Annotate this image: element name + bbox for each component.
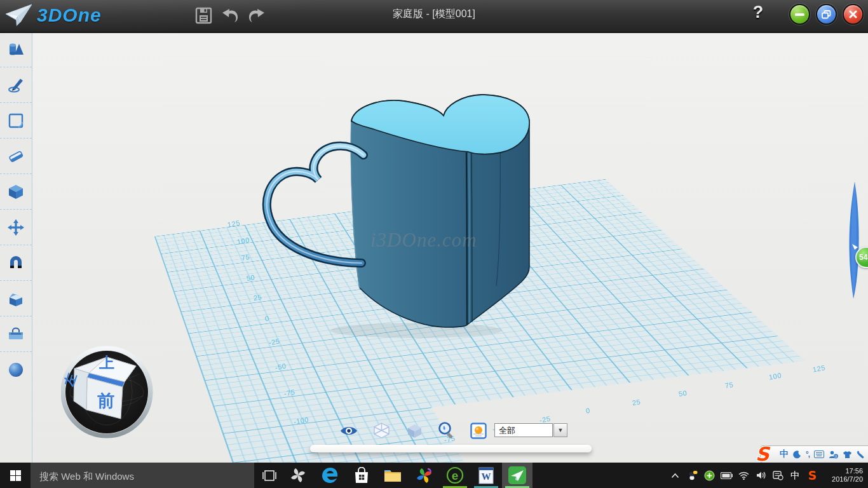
ime-profile-icon[interactable]: 11 [829,451,838,459]
sidebar-item-eraser[interactable] [0,139,32,174]
minimize-button[interactable] [789,4,810,25]
side-pull-tab[interactable] [845,179,868,301]
tray-qq-icon[interactable] [684,463,701,488]
ime-chinese-mode[interactable]: 中 [780,449,789,460]
help-button[interactable]: ? [747,3,769,27]
svg-text:11: 11 [834,455,837,458]
task-view-button[interactable] [254,463,285,488]
pinwheel-color-icon [416,467,433,484]
tray-wifi-icon[interactable] [735,463,752,488]
tray-battery-icon[interactable] [718,463,735,488]
sidebar-item-move[interactable] [0,210,32,245]
pinwheel-gray-icon [290,467,306,484]
zoom-magnifier-icon[interactable] [437,421,456,440]
viewcube-face-top[interactable]: 上 [95,353,118,373]
sketch-plane-icon [7,112,25,130]
ime-punctuation[interactable]: °, [806,450,810,459]
sogou-logo-icon[interactable]: S [756,443,770,465]
shaded-cube-icon[interactable] [406,423,423,440]
tray-speaker-icon[interactable] [752,463,770,488]
tray-chevron-up-icon[interactable] [667,463,684,488]
viewcube-face-front[interactable]: 前 [93,390,119,412]
sidebar-item-toolbox[interactable] [0,316,32,352]
eraser-icon [7,147,25,165]
mug-top-face [351,95,529,154]
taskbar-app-green-browser[interactable]: e [440,463,470,488]
file-explorer-icon [384,468,402,483]
taskbar-app-pinwheel-gray[interactable] [283,463,313,488]
magnet-icon [7,254,25,272]
ime-moon-icon[interactable] [793,451,801,459]
sidebar-item-primitives[interactable] [0,32,32,67]
taskbar-app-explorer[interactable] [377,463,408,488]
visibility-eye-icon[interactable] [339,424,358,438]
grid-axis-label: 75 [724,381,734,390]
save-button[interactable] [192,4,215,27]
sidebar-item-assembly[interactable] [0,281,32,316]
taskbar-clock[interactable]: 17:56 2016/7/20 [821,467,868,484]
grid-axis-label: 25 [253,293,262,302]
redo-icon [247,7,266,24]
green-e-browser-icon: e [446,466,464,484]
ime-toolbar: S 中 °, 11 [760,445,868,463]
edge-icon [321,466,339,484]
taskbar-app-3done[interactable] [502,463,532,488]
dropdown-arrow-button[interactable]: ▼ [553,423,567,437]
cube-icon [7,183,25,201]
svg-text:W: W [482,471,491,482]
taskbar-search[interactable] [31,463,254,488]
restore-icon [822,10,831,19]
ime-keyboard-icon[interactable] [814,451,824,458]
display-filter-select[interactable]: 全部 [494,423,553,437]
tray-notification-icon[interactable] [770,463,787,488]
grid-axis-label: 25 [632,398,641,407]
sidebar-item-magnet[interactable] [0,245,32,281]
window-title: 家庭版 - [模型001] [267,0,601,28]
watermark: i3DOne.com [370,229,477,252]
primitive-solids-icon [7,41,25,58]
close-button[interactable] [843,4,864,25]
task-view-icon [262,470,276,481]
app-logo-text: 3DOne [37,4,102,26]
grid-axis-label: 100 [768,371,782,381]
tray-language-indicator[interactable]: 中 [787,463,804,488]
workplane-grid [154,179,868,463]
grid-axis-label: 50 [246,273,255,282]
grid-axis-label: 75 [241,253,250,262]
system-tray: 中 S 17:56 2016/7/20 [667,463,868,488]
grid-axis-label: 125 [812,363,826,373]
search-input[interactable] [31,463,264,488]
word-icon: W [478,467,494,484]
taskbar-app-word[interactable]: W [471,463,501,488]
sidebar-item-sketch-plane[interactable] [0,103,32,139]
svg-text:e: e [452,469,459,482]
wireframe-cube-icon[interactable] [373,422,390,439]
redo-button[interactable] [245,4,268,27]
grid-axis-label: 50 [678,389,688,398]
minimize-icon [795,13,804,16]
restore-button[interactable] [816,4,837,25]
tray-sogou-icon[interactable]: S [804,463,821,488]
windows-store-icon [354,467,369,484]
ime-skin-icon[interactable] [843,451,852,459]
toolbar-drag-handle[interactable] [310,445,592,452]
sidebar-item-feature[interactable] [0,174,32,210]
3d-viewport-canvas[interactable]: -75-50-2502550751001251251007550250-25-5… [32,32,868,463]
display-filter-icon[interactable] [470,423,487,439]
start-button[interactable] [0,463,31,488]
sidebar-item-material[interactable] [0,352,32,387]
save-icon [195,7,212,24]
title-bar: 3DOne 家庭版 - [模型001] ? [0,0,868,33]
sphere-icon [7,361,25,379]
undo-button[interactable] [219,4,242,27]
windows-logo-icon [10,470,21,481]
clock-time: 17:56 [821,467,863,475]
3done-window: 3DOne 家庭版 - [模型001] ? [0,0,868,488]
tray-green-plus-icon[interactable] [701,463,718,488]
undo-icon [221,7,240,24]
taskbar-app-edge[interactable] [315,463,345,488]
sidebar-item-sketch[interactable] [0,67,32,103]
taskbar-app-store[interactable] [346,463,377,488]
ime-settings-icon[interactable] [857,451,865,459]
taskbar-app-pinwheel-color[interactable] [409,463,439,488]
